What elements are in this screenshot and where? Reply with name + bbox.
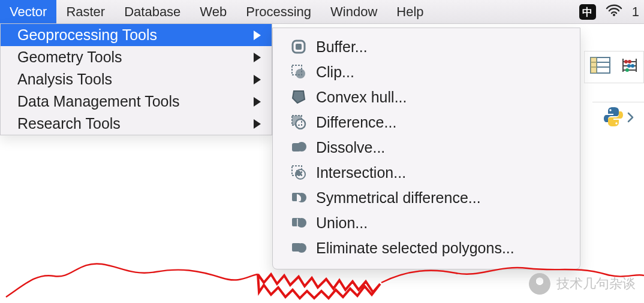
submenu-difference[interactable]: Difference...: [273, 110, 580, 135]
submenu-arrow-icon: [254, 97, 261, 107]
watermark: 技术几句杂谈: [529, 273, 636, 295]
watermark-logo-icon: [529, 273, 550, 295]
vector-item-analysis[interactable]: Analysis Tools: [1, 68, 272, 90]
svg-point-29: [628, 60, 631, 63]
toolbar-peek-bottom: [592, 102, 644, 134]
submenu-label: Clip...: [316, 63, 354, 81]
menu-label: Help: [396, 4, 423, 20]
menu-label: Window: [330, 4, 377, 20]
submenu-convex-hull[interactable]: Convex hull...: [273, 84, 580, 110]
menu-web[interactable]: Web: [190, 0, 236, 23]
ime-text: 中: [582, 5, 592, 19]
vector-dropdown: Geoprocessing Tools Geometry Tools Analy…: [0, 24, 272, 135]
dropdown-label: Analysis Tools: [17, 71, 112, 88]
menu-vector[interactable]: Vector: [0, 0, 56, 23]
submenu-clip[interactable]: Clip...: [273, 59, 580, 84]
menubar: Vector Raster Database Web Processing Wi…: [0, 0, 644, 24]
svg-point-35: [529, 274, 550, 294]
menu-label: Raster: [66, 4, 105, 20]
convex-hull-icon: [290, 88, 308, 106]
menu-label: Web: [200, 4, 227, 20]
ime-badge[interactable]: 中: [579, 4, 596, 20]
vector-item-geometry[interactable]: Geometry Tools: [1, 46, 272, 68]
svg-point-32: [625, 68, 629, 72]
watermark-text: 技术几句杂谈: [556, 275, 636, 293]
svg-point-37: [541, 280, 544, 284]
svg-point-33: [609, 109, 611, 111]
submenu-arrow-icon: [254, 31, 261, 40]
chevron-right-icon[interactable]: [627, 111, 634, 126]
svg-point-31: [631, 64, 634, 68]
dropdown-label: Research Tools: [17, 115, 121, 132]
vector-item-geoprocessing[interactable]: Geoprocessing Tools: [1, 24, 272, 46]
clip-icon: [290, 63, 308, 81]
dropdown-label: Geoprocessing Tools: [17, 26, 157, 44]
toolbar-peek-top: [584, 51, 644, 83]
submenu-label: Buffer...: [316, 38, 368, 56]
buffer-icon: [290, 38, 308, 56]
svg-point-0: [613, 14, 615, 16]
vector-item-research[interactable]: Research Tools: [1, 113, 272, 135]
svg-point-28: [624, 60, 628, 63]
svg-point-6: [296, 119, 305, 129]
menu-processing[interactable]: Processing: [236, 0, 321, 23]
menubar-right: 中 1: [579, 0, 644, 24]
svg-point-36: [535, 280, 538, 284]
abacus-icon[interactable]: [621, 56, 639, 78]
wifi-icon[interactable]: [606, 4, 622, 20]
submenu-arrow-icon: [254, 119, 261, 129]
submenu-buffer[interactable]: Buffer...: [273, 34, 580, 59]
menu-database[interactable]: Database: [115, 0, 190, 23]
dropdown-label: Geometry Tools: [17, 49, 122, 66]
difference-icon: [290, 113, 308, 131]
svg-point-30: [627, 64, 631, 68]
vector-item-data-management[interactable]: Data Management Tools: [1, 90, 272, 113]
menu-label: Vector: [10, 4, 47, 20]
menu-help[interactable]: Help: [387, 0, 433, 23]
menu-raster[interactable]: Raster: [56, 0, 115, 23]
clock-text: 1: [632, 4, 639, 20]
python-icon[interactable]: [602, 105, 625, 132]
svg-point-4: [296, 69, 305, 78]
submenu-arrow-icon: [254, 75, 261, 84]
menu-label: Database: [124, 4, 180, 20]
submenu-label: Convex hull...: [316, 89, 407, 106]
menu-window[interactable]: Window: [321, 0, 387, 23]
menu-label: Processing: [246, 4, 311, 20]
submenu-arrow-icon: [254, 53, 261, 62]
svg-point-34: [615, 122, 617, 124]
svg-rect-2: [296, 44, 302, 50]
submenu-label: Difference...: [316, 114, 396, 131]
dropdown-label: Data Management Tools: [17, 93, 180, 110]
svg-rect-22: [591, 57, 597, 73]
attribute-table-icon[interactable]: [590, 57, 610, 77]
